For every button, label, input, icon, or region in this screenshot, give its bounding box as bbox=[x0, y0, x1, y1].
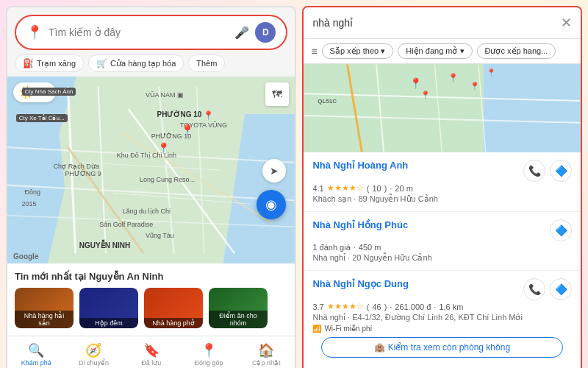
nav-updates[interactable]: 🏠 Cập nhật bbox=[237, 339, 295, 368]
nav-contribute[interactable]: 📍 Đóng góp bbox=[180, 339, 237, 368]
search-input-right[interactable] bbox=[312, 17, 555, 29]
filter-icon: ≡ bbox=[311, 46, 317, 57]
result-hoang-anh[interactable]: Nhà Nghỉ Hoàng Anh 📞 🔷 4.1 ★★★★☆ (10) · … bbox=[304, 152, 581, 212]
filter-sort[interactable]: Sắp xếp theo ▾ bbox=[322, 43, 394, 59]
map-label-phuong10-1: PHƯỜNG 10 bbox=[157, 110, 202, 118]
phone-button-3[interactable]: 📞 bbox=[523, 278, 545, 300]
news-cards-row: Nhà hàng hải sản Hộp đêm Nhà hàng phở Đi… bbox=[15, 288, 287, 328]
directions-icon: 🧭 bbox=[85, 342, 101, 358]
gas-station-icon: ⛽ bbox=[23, 58, 34, 68]
result-address-2: Nhà nghỉ · 20 Nguyễn Hữu Cảnh bbox=[312, 253, 572, 263]
map-label-lang: Lăng du lịch Chi bbox=[123, 208, 171, 215]
saved-icon: 🔖 bbox=[143, 342, 159, 358]
svg-line-10 bbox=[83, 163, 219, 170]
svg-line-17 bbox=[348, 65, 362, 152]
map-pin-1: 📍 bbox=[180, 124, 195, 138]
mic-icon[interactable]: 🎤 bbox=[234, 26, 249, 40]
explore-icon: 🔍 bbox=[28, 342, 44, 358]
svg-line-12 bbox=[304, 93, 581, 101]
result-actions-1: 📞 🔷 bbox=[523, 160, 572, 182]
check-rooms-button[interactable]: 🏨 Kiểm tra xem còn phòng không bbox=[321, 337, 563, 358]
contribute-icon: 📍 bbox=[201, 342, 217, 358]
map-label-vua-nam: VŨA NAM ▣ bbox=[146, 91, 184, 99]
svg-line-16 bbox=[478, 65, 486, 152]
left-panel: 📍 🎤 D ⛽ Trạm xăng 🛒 Cửa hàng tạp hóa Thê… bbox=[6, 6, 296, 368]
result-header-3: Nhà Nghỉ Ngọc Dung 📞 🔷 bbox=[312, 278, 572, 300]
preview-pin-1: 📍 bbox=[409, 77, 422, 89]
search-input-left[interactable] bbox=[49, 26, 229, 38]
nav-directions[interactable]: 🧭 Di chuyển bbox=[65, 339, 122, 368]
phone-button-1[interactable]: 📞 bbox=[523, 160, 545, 182]
preview-pin-4: 📍 bbox=[487, 68, 495, 77]
map-preview-roads bbox=[304, 64, 581, 152]
map-label-phuong9: PHƯỜNG 9 bbox=[65, 170, 101, 177]
wifi-badge: 📶 Wi-Fi miễn phí bbox=[312, 325, 572, 333]
location-pin-icon: 📍 bbox=[26, 24, 43, 40]
result-actions-2: 🔷 bbox=[550, 219, 572, 241]
bottom-navigation: 🔍 Khám phá 🧭 Di chuyển 🔖 Đã lưu 📍 Đóng g… bbox=[7, 336, 295, 368]
map-label-long-cung: Long Cung Reso... bbox=[140, 176, 195, 183]
rating-info-3: 3.7 ★★★★☆ (46) · 261.000 đ · 1,6 km bbox=[312, 302, 572, 311]
updates-icon: 🏠 bbox=[258, 342, 274, 358]
news-section: Tin mới nhất tại Nguyễn An Ninh Nhà hàng… bbox=[7, 263, 295, 336]
result-header-1: Nhà Nghỉ Hoàng Anh 📞 🔷 bbox=[312, 160, 572, 182]
result-ngoc-dung[interactable]: Nhà Nghỉ Ngọc Dung 📞 🔷 3.7 ★★★★☆ (46) · … bbox=[304, 271, 581, 368]
result-header-2: Nhà Nghỉ Hồng Phúc 🔷 bbox=[312, 219, 572, 241]
map-badge-company: Cty Nhà Sách Ánh bbox=[22, 88, 76, 96]
search-bar-left[interactable]: 📍 🎤 D bbox=[15, 15, 287, 50]
nav-button-2[interactable]: 🔷 bbox=[550, 219, 572, 241]
map-label-san-golf: Sân Golf Paradise bbox=[99, 221, 153, 228]
filter-chips-row: ⛽ Trạm xăng 🛒 Cửa hàng tạp hóa Thêm bbox=[7, 54, 295, 77]
news-title: Tin mới nhất tại Nguyễn An Ninh bbox=[15, 271, 287, 282]
svg-line-15 bbox=[435, 65, 442, 152]
filter-open-now[interactable]: Hiện đang mở ▾ bbox=[398, 43, 472, 59]
filter-row: ≡ Sắp xếp theo ▾ Hiện đang mở ▾ Được xếp… bbox=[304, 39, 581, 64]
preview-road-label: QL51C bbox=[318, 98, 337, 105]
map-preview-right[interactable]: 📍 📍 📍 📍 📍 QL51C bbox=[304, 64, 581, 152]
result-address-1: Khách sạn · 89 Nguyễn Hữu Cảnh bbox=[312, 194, 572, 204]
close-search-button[interactable]: ✕ bbox=[561, 15, 572, 31]
nav-button-3[interactable]: 🔷 bbox=[550, 278, 572, 300]
news-card-pho[interactable]: Nhà hàng phở bbox=[144, 288, 203, 328]
map-area-left[interactable]: ☀️ 28° PHƯỜNG 10 PHƯỜNG 10 PHƯỜNG 9 VŨA … bbox=[7, 77, 295, 263]
nav-explore[interactable]: 🔍 Khám phá bbox=[7, 339, 65, 368]
wifi-icon: 📶 bbox=[312, 325, 321, 333]
chip-grocery[interactable]: 🛒 Cửa hàng tạp hóa bbox=[88, 54, 184, 72]
avatar[interactable]: D bbox=[255, 22, 276, 43]
map-background: ☀️ 28° PHƯỜNG 10 PHƯỜNG 10 PHƯỜNG 9 VŨA … bbox=[7, 77, 295, 263]
map-pin-2: 📍 bbox=[157, 142, 170, 154]
preview-pin-5: 📍 bbox=[420, 91, 431, 100]
google-logo: Google bbox=[13, 252, 38, 261]
result-address-3: Nhà nghỉ · E4-1/32, Đường Chí Linh 26, K… bbox=[312, 313, 572, 322]
rating-info-1: 4.1 ★★★★☆ (10) · 20 m bbox=[312, 183, 572, 193]
preview-pin-3: 📍 bbox=[470, 82, 480, 91]
nav-button-1[interactable]: 🔷 bbox=[550, 160, 572, 182]
map-label-vung-tau: Vũng Tàu bbox=[146, 232, 174, 239]
nav-saved[interactable]: 🔖 Đã lưu bbox=[123, 339, 180, 368]
filter-ranked[interactable]: Được xếp hang... bbox=[477, 43, 556, 59]
search-bar-right: ✕ bbox=[304, 7, 581, 39]
map-label-dong: Đông bbox=[24, 188, 40, 196]
results-list: Nhà Nghỉ Hoàng Anh 📞 🔷 4.1 ★★★★☆ (10) · … bbox=[304, 152, 581, 368]
grocery-icon: 🛒 bbox=[96, 58, 107, 68]
chip-more[interactable]: Thêm bbox=[188, 54, 225, 72]
news-card-night[interactable]: Hộp đêm bbox=[79, 288, 138, 328]
map-preview-background: 📍 📍 📍 📍 📍 QL51C bbox=[304, 64, 581, 152]
news-card-seafood[interactable]: Nhà hàng hải sản bbox=[15, 288, 74, 328]
map-label-nguyen-ninh: NGUYỄN NINH bbox=[79, 241, 130, 250]
preview-pin-2: 📍 bbox=[448, 73, 459, 83]
result-actions-3: 📞 🔷 bbox=[523, 278, 572, 300]
map-label-2015: 2015 bbox=[22, 200, 37, 208]
result-hong-phuc[interactable]: Nhà Nghỉ Hồng Phúc 🔷 1 đánh giá · 450 m … bbox=[304, 212, 581, 271]
rating-info-2: 1 đánh giá · 450 m bbox=[312, 243, 572, 252]
layers-button[interactable]: 🗺 bbox=[265, 82, 289, 106]
map-pin-3: 📍 bbox=[203, 110, 214, 121]
svg-line-4 bbox=[7, 185, 295, 201]
svg-line-13 bbox=[304, 116, 581, 123]
map-badge-xe: Cty Xe Tải Cầu... bbox=[16, 114, 68, 122]
svg-line-14 bbox=[377, 65, 384, 152]
chip-gas-station[interactable]: ⛽ Trạm xăng bbox=[15, 54, 84, 72]
news-card-group[interactable]: Điểm ăn cho nhóm bbox=[209, 288, 268, 328]
right-panel: ✕ ≡ Sắp xếp theo ▾ Hiện đang mở ▾ Được x… bbox=[302, 6, 582, 368]
map-label-cho: Chợ Rạch Dừa bbox=[54, 163, 99, 170]
